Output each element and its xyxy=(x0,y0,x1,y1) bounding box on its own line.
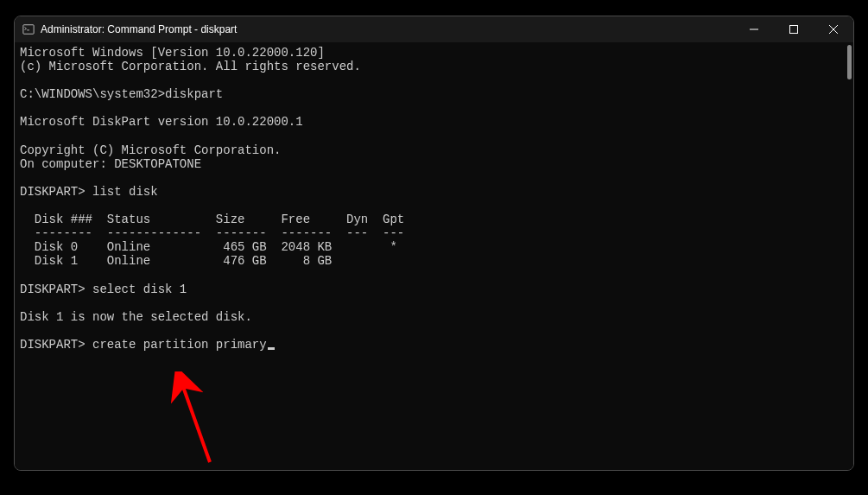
titlebar[interactable]: Administrator: Command Prompt - diskpart xyxy=(15,16,853,42)
terminal-output[interactable]: Microsoft Windows [Version 10.0.22000.12… xyxy=(15,42,853,470)
svg-rect-3 xyxy=(790,26,798,34)
maximize-button[interactable] xyxy=(774,16,814,42)
text-cursor xyxy=(268,347,275,350)
cmd-icon xyxy=(22,22,35,36)
minimize-button[interactable] xyxy=(734,16,774,42)
scrollbar-thumb[interactable] xyxy=(847,45,852,79)
window-controls xyxy=(734,16,853,42)
window-title: Administrator: Command Prompt - diskpart xyxy=(41,23,237,35)
close-button[interactable] xyxy=(814,16,853,42)
svg-rect-0 xyxy=(23,25,34,35)
command-prompt-window: Administrator: Command Prompt - diskpart… xyxy=(14,16,854,471)
